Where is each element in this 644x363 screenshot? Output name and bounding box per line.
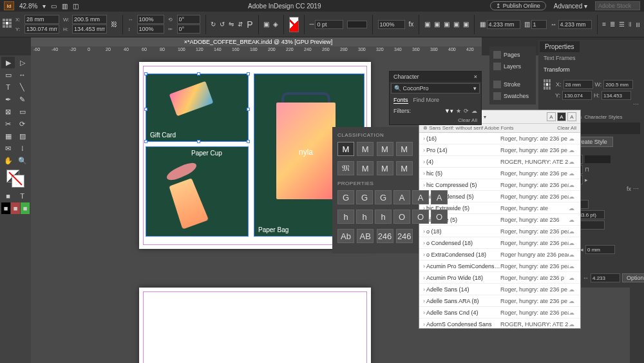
layers-panel-tab[interactable]: Layers [492, 61, 533, 72]
slug-view[interactable]: ■ [21, 202, 30, 214]
glyph-filter[interactable]: G [337, 190, 354, 204]
clear-all-link[interactable]: Clear All [390, 116, 481, 124]
selection-tool[interactable]: ▶ [1, 57, 15, 68]
paragraph-icon[interactable]: P [247, 19, 252, 30]
wrap-jump-icon[interactable]: ▣ [453, 21, 459, 28]
zoom-level[interactable]: 42.8% [19, 3, 37, 10]
properties-tab[interactable]: Properties [540, 41, 580, 52]
font-list-item[interactable]: ›(4)ROGER, HUNGRY: ATE 236 PEACHES AND C… [419, 156, 580, 168]
options-button[interactable]: Options [622, 273, 644, 282]
font-list-item[interactable]: ›AdornS Condensed SansROGER, HUNGRY: ATE… [419, 319, 580, 329]
font-list-item[interactable]: ›(16)Roger, hungry: ate 236 pe☁ [419, 133, 580, 144]
gap-input[interactable] [487, 20, 520, 29]
zoom-tool[interactable]: 🔍 [15, 155, 29, 166]
indent-right[interactable] [585, 245, 615, 254]
select-container-icon[interactable]: ▣ [263, 21, 269, 28]
x-input[interactable] [24, 15, 59, 24]
rectangle-tool[interactable]: ▭ [15, 106, 29, 117]
apply-none[interactable]: T [15, 190, 29, 202]
bridge-icon[interactable]: ◫ [73, 3, 79, 10]
fill-stroke-toggle[interactable] [6, 170, 24, 188]
scissors-tool[interactable]: ✂ [1, 118, 15, 130]
font-list-item[interactable]: ›Pro (14)Roger, hungry: ate 236 pe☁ [419, 144, 580, 156]
font-list-item[interactable]: ›Acumin Pro Wide (18)Roger, hungry: ate … [419, 272, 580, 284]
chevron-down-icon[interactable]: ▾ [473, 85, 477, 92]
gradient-tool[interactable]: ▦ [1, 130, 15, 142]
filter-class-icon[interactable]: ▼▾ [444, 108, 453, 114]
glyph-filter[interactable]: O [393, 210, 410, 224]
corner-type-icon[interactable]: ⊓ [585, 166, 589, 173]
glyph-filter[interactable]: M [357, 161, 374, 175]
prop-y[interactable] [562, 91, 592, 100]
w-input[interactable] [72, 15, 107, 24]
more-options-icon[interactable]: ⋯ [633, 101, 639, 108]
eyedropper-tool[interactable]: ⁞ [15, 142, 29, 154]
image-frame-papercup[interactable]: Paper Cup [146, 146, 249, 237]
filter-fav-icon[interactable]: ★ [456, 108, 461, 114]
chevron-down-icon[interactable]: ▾ [43, 3, 46, 10]
glyph-filter[interactable]: 246 [396, 229, 413, 243]
flip-v-icon[interactable]: ⇵ [238, 21, 243, 28]
glyph-filter[interactable]: M [396, 142, 413, 156]
preview-view[interactable]: ■ [11, 202, 20, 214]
rectangle-frame-tool[interactable]: ⊠ [1, 106, 15, 117]
glyph-filter[interactable]: A [412, 190, 429, 204]
direct-selection-tool[interactable]: ▷ [15, 57, 29, 68]
tf-gap[interactable] [591, 273, 620, 282]
glyph-filter[interactable]: AB [357, 229, 374, 243]
rotate-cw-icon[interactable]: ↻ [211, 21, 216, 28]
align-icon[interactable]: ☰ [619, 21, 625, 28]
rotate-ccw-icon[interactable]: ↺ [220, 21, 225, 28]
pencil-tool[interactable]: ✎ [15, 93, 29, 105]
apply-color[interactable]: ■ [1, 190, 15, 202]
distribute-icon[interactable]: ⫴ [629, 21, 631, 28]
glyph-filter[interactable]: M [337, 142, 354, 156]
font-list-item[interactable]: ›o ExtraCondensed (18)Roger hungry ate 2… [419, 249, 580, 260]
clear-all-fonts[interactable]: Clear All [557, 125, 576, 131]
wrap-shape-icon[interactable]: ▣ [444, 21, 450, 28]
wrap-none-icon[interactable]: ▣ [424, 21, 430, 28]
transform-tool[interactable]: ⟳ [15, 118, 29, 130]
fx-icon[interactable]: fx [409, 21, 414, 28]
y-input[interactable] [24, 25, 59, 34]
stroke-weight[interactable] [315, 20, 343, 29]
fx-icon[interactable]: fx [627, 186, 631, 192]
reference-point[interactable] [3, 19, 12, 30]
glyph-filter[interactable]: M [357, 142, 374, 156]
sample-size-med[interactable]: A [557, 112, 566, 121]
reference-point-mini[interactable] [544, 79, 554, 90]
line-tool[interactable]: ╲ [15, 81, 29, 93]
font-list-item[interactable]: ›o Condensed (18)Roger, hungry: ate 236 … [419, 237, 580, 249]
wrap-bbox-icon[interactable]: ▣ [434, 21, 440, 28]
glyph-filter[interactable]: M [377, 161, 393, 175]
image-frame-giftcard[interactable]: Gift Card [146, 74, 249, 142]
prop-h[interactable] [601, 91, 631, 100]
note-tool[interactable]: ✉ [1, 142, 15, 154]
prop-x[interactable] [564, 80, 593, 89]
publish-button[interactable]: ↥ Publish Online [490, 1, 546, 10]
page-2[interactable] [139, 288, 371, 363]
glyph-filter[interactable]: G [356, 190, 373, 204]
glyph-filter[interactable]: h [337, 210, 354, 224]
type-tool[interactable]: T [1, 81, 15, 93]
scale-x[interactable] [137, 15, 164, 24]
glyph-filter[interactable]: A [393, 190, 410, 204]
swatches-panel-tab[interactable]: Swatches [492, 90, 533, 102]
normal-view[interactable]: ■ [1, 202, 10, 214]
font-list-item[interactable]: ›hic (5)Roger, hungry: ate 236 pe☁ [419, 168, 580, 179]
rotate-input[interactable] [177, 15, 200, 24]
filter-tag[interactable]: ⊗ Sans Serif: without serif Adobe Fonts [423, 125, 513, 131]
stroke-style-mini[interactable] [585, 155, 611, 163]
gap-tool[interactable]: ↔ [15, 69, 29, 81]
fill-stroke-swatch[interactable] [289, 17, 299, 32]
font-list-item[interactable]: ›o (18)Roger, hungry: ate 236 pea☁ [419, 226, 580, 237]
search-input[interactable] [595, 1, 640, 10]
cols-input[interactable] [531, 20, 547, 29]
glyph-filter[interactable]: 246 [377, 229, 393, 243]
glyph-filter[interactable]: 𝔐 [337, 161, 354, 175]
scale-y[interactable] [137, 25, 164, 34]
glyph-filter[interactable]: M [396, 161, 413, 175]
align-icon[interactable]: ≡ [602, 21, 606, 28]
distribute-icon[interactable]: ⫼ [635, 21, 641, 28]
glyph-filter[interactable]: M [377, 142, 393, 156]
